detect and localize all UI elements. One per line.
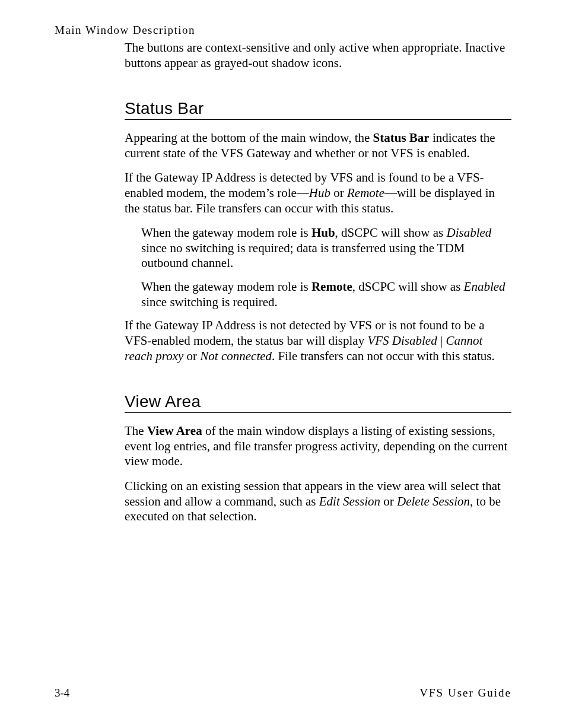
intro-paragraph: The buttons are context-sensitive and on… [125,40,511,71]
footer: 3-4 VFS User Guide [55,686,511,700]
running-head: Main Window Description [55,24,511,37]
section-title-status-bar: Status Bar [125,99,511,118]
status-bar-sub2: When the gateway modem role is Remote, d… [125,279,511,310]
status-bar-sub1: When the gateway modem role is Hub, dSCP… [125,225,511,271]
section-rule [125,119,511,120]
section-rule-2 [125,412,511,413]
view-area-p1: The View Area of the main window display… [125,424,511,469]
status-bar-p1: Appearing at the bottom of the main wind… [125,131,511,161]
status-bar-p3: If the Gateway IP Address is not detecte… [125,318,511,364]
section-title-view-area: View Area [125,392,511,411]
doc-title: VFS User Guide [419,686,511,700]
page: Main Window Description The buttons are … [0,0,566,728]
page-number: 3-4 [55,686,69,700]
view-area-p2: Clicking on an existing session that app… [125,479,511,524]
status-bar-p2: If the Gateway IP Address is detected by… [125,170,511,216]
body-block: The buttons are context-sensitive and on… [125,40,511,524]
